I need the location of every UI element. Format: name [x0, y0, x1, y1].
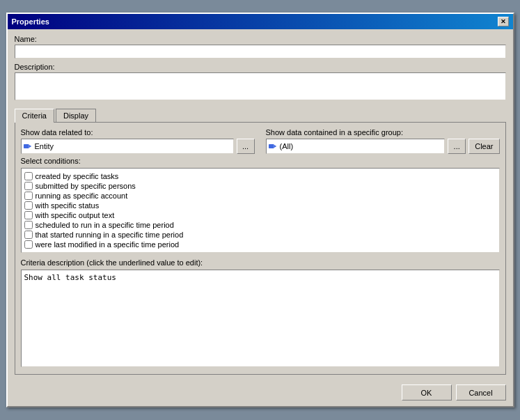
checkbox-with-specific-output[interactable] — [24, 211, 33, 219]
condition-label-with-specific-output: with specific output text — [36, 211, 115, 219]
group-value: (All) — [280, 142, 294, 150]
dialog-footer: OK Cancel — [8, 380, 513, 406]
condition-label-created-by-tasks: created by specific tasks — [36, 172, 119, 180]
show-data-row: Show data related to: Entity ... — [21, 128, 500, 154]
checkbox-scheduled-time[interactable] — [24, 221, 33, 229]
condition-last-modified: were last modified in a specific time pe… — [24, 240, 496, 249]
condition-scheduled-time: scheduled to run in a specific time peri… — [24, 220, 496, 230]
checkbox-submitted-by-persons[interactable] — [24, 182, 33, 190]
condition-created-by-tasks: created by specific tasks — [24, 171, 496, 181]
properties-dialog: Properties ✕ Name: Description: Criteria… — [6, 13, 514, 407]
group-label: Show data contained in a specific group: — [266, 128, 500, 137]
svg-rect-0 — [24, 144, 29, 148]
condition-started-running: that started running in a specific time … — [24, 230, 496, 240]
show-data-label: Show data related to: — [21, 128, 255, 137]
name-input[interactable] — [15, 45, 506, 59]
conditions-label: Select conditions: — [21, 157, 500, 165]
close-button[interactable]: ✕ — [498, 17, 509, 26]
show-data-col-left: Show data related to: Entity ... — [21, 128, 255, 154]
checkbox-with-specific-status[interactable] — [24, 201, 33, 210]
condition-submitted-by-persons: submitted by specific persons — [24, 181, 496, 191]
criteria-description-box[interactable] — [21, 270, 500, 367]
cancel-button[interactable]: Cancel — [456, 384, 506, 400]
description-label: Description: — [15, 63, 506, 71]
svg-rect-2 — [269, 144, 274, 148]
entity-input-row: Entity ... — [21, 139, 255, 154]
dialog-title: Properties — [12, 17, 49, 26]
name-label: Name: — [15, 35, 506, 43]
group-browse-button[interactable]: ... — [448, 139, 466, 154]
criteria-description-label: Criteria description (click the underlin… — [21, 258, 500, 267]
tab-content-criteria: Show data related to: Entity ... — [15, 122, 506, 375]
show-data-col-right: Show data contained in a specific group:… — [266, 128, 500, 154]
checkbox-started-running[interactable] — [24, 231, 33, 239]
tabs-container: Criteria Display — [15, 109, 506, 122]
svg-marker-1 — [29, 145, 31, 148]
condition-label-started-running: that started running in a specific time … — [36, 231, 184, 239]
condition-label-submitted-by-persons: submitted by specific persons — [36, 182, 136, 190]
condition-label-last-modified: were last modified in a specific time pe… — [36, 240, 180, 249]
group-icon — [269, 143, 277, 150]
svg-marker-3 — [274, 145, 276, 148]
checkbox-running-as-account[interactable] — [24, 192, 33, 200]
condition-running-as-account: running as specific account — [24, 191, 496, 201]
dialog-body: Name: Description: Criteria Display Show… — [8, 29, 513, 380]
entity-browse-button[interactable]: ... — [237, 139, 255, 154]
condition-label-scheduled-time: scheduled to run in a specific time peri… — [36, 221, 174, 229]
entity-input: Entity — [21, 139, 234, 154]
entity-icon — [24, 143, 32, 150]
checkbox-last-modified[interactable] — [24, 240, 33, 249]
clear-button[interactable]: Clear — [468, 139, 499, 154]
group-input: (All) — [266, 139, 446, 154]
condition-with-specific-status: with specific status — [24, 201, 496, 210]
group-input-row: (All) ... Clear — [266, 139, 500, 154]
conditions-box: created by specific tasks submitted by s… — [21, 168, 500, 253]
checkbox-created-by-tasks[interactable] — [24, 172, 33, 180]
condition-with-specific-output: with specific output text — [24, 210, 496, 220]
condition-label-running-as-account: running as specific account — [36, 192, 128, 200]
tab-criteria[interactable]: Criteria — [15, 109, 54, 123]
ok-button[interactable]: OK — [402, 384, 452, 400]
description-input[interactable] — [15, 72, 506, 100]
entity-value: Entity — [35, 142, 54, 150]
condition-label-with-specific-status: with specific status — [36, 201, 100, 210]
title-bar: Properties ✕ — [8, 14, 513, 29]
tab-display[interactable]: Display — [56, 109, 96, 122]
